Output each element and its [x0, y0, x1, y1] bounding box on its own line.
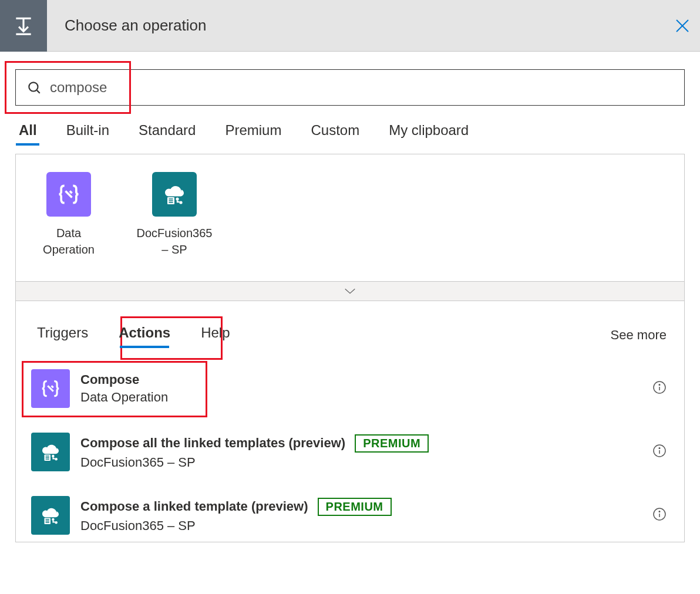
chevron-down-icon: [344, 287, 356, 295]
info-icon: [652, 380, 667, 394]
search-input[interactable]: [50, 79, 674, 96]
premium-badge: PREMIUM: [355, 434, 429, 453]
tab-triggers[interactable]: Triggers: [33, 322, 92, 348]
search-box[interactable]: [15, 69, 685, 106]
connector-data-operation[interactable]: Data Operation: [33, 172, 104, 258]
svg-point-24: [659, 448, 660, 449]
tab-custom[interactable]: Custom: [311, 122, 359, 144]
cloud-doc-icon: [31, 433, 70, 471]
sub-tabs-row: Triggers Actions Help See more: [16, 301, 684, 362]
svg-point-5: [29, 82, 38, 91]
operation-group-icon: [0, 0, 47, 52]
connector-label: Data Operation: [33, 225, 104, 258]
braces-icon: [46, 172, 91, 217]
cloud-doc-icon: [31, 496, 70, 535]
svg-point-30: [55, 521, 58, 524]
svg-point-12: [179, 201, 182, 204]
action-list: Compose Data Operation: [16, 362, 684, 542]
tab-help[interactable]: Help: [197, 322, 233, 348]
svg-point-33: [659, 511, 660, 512]
tab-standard[interactable]: Standard: [139, 122, 196, 144]
action-subtitle: Data Operation: [80, 390, 645, 405]
braces-icon: [31, 369, 70, 408]
expand-toggle[interactable]: [16, 281, 684, 301]
svg-point-29: [52, 518, 55, 521]
cloud-doc-icon: [152, 172, 197, 217]
dialog-title: Choose an operation: [47, 16, 665, 35]
action-title: Compose a linked template (preview): [80, 499, 308, 514]
info-button[interactable]: [652, 444, 667, 460]
action-item-compose-linked[interactable]: Compose a linked template (preview) PREM…: [16, 489, 684, 542]
connector-label: DocFusion365 – SP: [137, 225, 213, 258]
close-icon: [674, 17, 691, 35]
premium-badge: PREMIUM: [318, 498, 392, 516]
svg-line-6: [37, 90, 40, 93]
action-title: Compose: [80, 372, 139, 387]
svg-point-21: [55, 458, 58, 461]
see-more-link[interactable]: See more: [611, 328, 667, 343]
close-button[interactable]: [665, 17, 700, 35]
tab-my-clipboard[interactable]: My clipboard: [389, 122, 469, 144]
info-button[interactable]: [652, 507, 667, 524]
action-title: Compose all the linked templates (previe…: [80, 436, 345, 451]
svg-point-20: [52, 455, 55, 458]
tab-built-in[interactable]: Built-in: [66, 122, 109, 144]
connectors-row: Data Operation DocFusion365 – SP: [16, 154, 684, 281]
search-icon: [26, 80, 42, 95]
connector-docfusion365-sp[interactable]: DocFusion365 – SP: [139, 172, 210, 258]
svg-point-11: [176, 197, 179, 200]
tab-actions[interactable]: Actions: [115, 322, 174, 348]
svg-point-15: [659, 384, 660, 386]
results-panel: Data Operation DocFusion365 – SP: [15, 154, 685, 542]
tab-premium[interactable]: Premium: [225, 122, 281, 144]
info-icon: [652, 444, 667, 458]
filter-tabs: All Built-in Standard Premium Custom My …: [15, 122, 685, 144]
action-item-compose[interactable]: Compose Data Operation: [16, 362, 684, 415]
info-button[interactable]: [652, 380, 667, 397]
tab-all[interactable]: All: [19, 122, 37, 144]
info-icon: [652, 507, 667, 521]
action-subtitle: DocFusion365 – SP: [80, 518, 645, 534]
action-subtitle: DocFusion365 – SP: [80, 455, 645, 470]
action-item-compose-all-linked[interactable]: Compose all the linked templates (previe…: [16, 426, 684, 478]
dialog-header: Choose an operation: [0, 0, 700, 52]
